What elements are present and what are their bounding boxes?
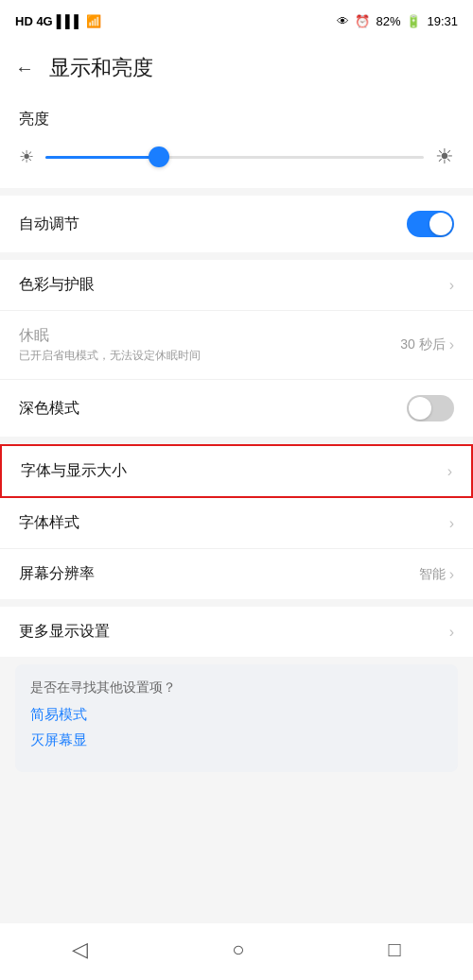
- page-title: 显示和亮度: [49, 54, 153, 82]
- nav-home-button[interactable]: ○: [232, 937, 244, 962]
- color-eye-row[interactable]: 色彩与护眼 ›: [0, 260, 473, 311]
- font-style-right: ›: [449, 515, 454, 532]
- auto-adjust-toggle[interactable]: [407, 211, 454, 237]
- sleep-sublabel: 已开启省电模式，无法设定休眠时间: [19, 348, 201, 364]
- nav-recent-button[interactable]: □: [389, 937, 401, 962]
- slider-fill: [45, 156, 159, 159]
- sun-small-icon: ☀: [19, 146, 34, 167]
- sleep-chevron: ›: [449, 336, 454, 353]
- screen-off-link[interactable]: 灭屏幕显: [30, 731, 443, 749]
- sun-large-icon: ☀: [435, 145, 454, 169]
- suggestion-box: 是否在寻找其他设置项？ 简易模式 灭屏幕显: [15, 664, 458, 772]
- brightness-section: 亮度 ☀ ☀: [0, 95, 473, 188]
- font-style-label: 字体样式: [19, 513, 79, 533]
- time-display: 19:31: [427, 14, 458, 28]
- auto-adjust-label: 自动调节: [19, 215, 79, 234]
- font-size-label: 字体与显示大小: [21, 461, 127, 481]
- screen-resolution-row[interactable]: 屏幕分辨率 智能 ›: [0, 549, 473, 599]
- settings-group-2: 字体与显示大小 › 字体样式 › 屏幕分辨率 智能 ›: [0, 444, 473, 599]
- font-size-row[interactable]: 字体与显示大小 ›: [0, 444, 473, 498]
- battery-icon: 🔋: [406, 14, 421, 28]
- more-display-chevron: ›: [449, 624, 454, 641]
- color-eye-chevron: ›: [449, 277, 454, 294]
- status-network: HD 4G: [15, 14, 53, 28]
- font-size-left: 字体与显示大小: [21, 461, 127, 481]
- screen-resolution-chevron: ›: [449, 566, 454, 583]
- dark-mode-toggle[interactable]: [407, 395, 454, 421]
- dark-mode-label: 深色模式: [19, 399, 79, 419]
- toggle-thumb: [429, 213, 452, 235]
- wifi-icon: 📶: [86, 14, 101, 28]
- settings-group-1: 色彩与护眼 › 休眠 已开启省电模式，无法设定休眠时间 30 秒后 › 深色模式: [0, 260, 473, 437]
- sleep-label: 休眠: [19, 326, 201, 346]
- signal-icon: ▌▌▌: [57, 14, 83, 28]
- auto-adjust-row: 自动调节: [19, 196, 454, 252]
- screen-resolution-left: 屏幕分辨率: [19, 564, 95, 584]
- status-left: HD 4G ▌▌▌ 📶: [15, 14, 101, 28]
- eye-icon: 👁: [337, 14, 349, 28]
- dark-mode-row: 深色模式: [0, 380, 473, 437]
- brightness-row: ☀ ☀: [19, 145, 454, 169]
- more-display-left: 更多显示设置: [19, 622, 110, 642]
- more-display-label: 更多显示设置: [19, 622, 110, 642]
- more-display-row[interactable]: 更多显示设置 ›: [0, 607, 473, 657]
- font-style-row[interactable]: 字体样式 ›: [0, 498, 473, 549]
- sleep-right: 30 秒后 ›: [400, 336, 454, 353]
- brightness-slider[interactable]: [45, 156, 424, 159]
- font-size-chevron: ›: [447, 463, 452, 480]
- suggestion-title: 是否在寻找其他设置项？: [30, 679, 443, 696]
- sleep-row: 休眠 已开启省电模式，无法设定休眠时间 30 秒后 ›: [0, 311, 473, 380]
- screen-resolution-right: 智能 ›: [419, 566, 454, 583]
- screen-resolution-label: 屏幕分辨率: [19, 564, 95, 584]
- page-header: ← 显示和亮度: [0, 42, 473, 95]
- dark-mode-left: 深色模式: [19, 399, 79, 419]
- nav-bar: ◁ ○ □: [0, 923, 473, 980]
- font-style-left: 字体样式: [19, 513, 79, 533]
- status-bar: HD 4G ▌▌▌ 📶 👁 ⏰ 82% 🔋 19:31: [0, 0, 473, 42]
- screen-resolution-value: 智能: [419, 566, 446, 583]
- more-display-right: ›: [449, 624, 454, 641]
- dark-mode-right: [407, 395, 454, 421]
- nav-back-button[interactable]: ◁: [72, 937, 88, 962]
- sleep-left: 休眠 已开启省电模式，无法设定休眠时间: [19, 326, 201, 364]
- settings-group-3: 更多显示设置 ›: [0, 607, 473, 657]
- back-button[interactable]: ←: [15, 58, 34, 79]
- auto-adjust-section: 自动调节: [0, 196, 473, 252]
- alarm-icon: ⏰: [355, 14, 370, 28]
- slider-thumb[interactable]: [149, 146, 169, 167]
- status-right: 👁 ⏰ 82% 🔋 19:31: [337, 14, 458, 28]
- sleep-value: 30 秒后: [400, 336, 445, 353]
- dark-mode-toggle-thumb: [409, 397, 431, 420]
- color-eye-label: 色彩与护眼: [19, 275, 95, 295]
- font-style-chevron: ›: [449, 515, 454, 532]
- brightness-label: 亮度: [19, 110, 454, 129]
- battery-percent: 82%: [376, 14, 400, 28]
- color-eye-left: 色彩与护眼: [19, 275, 95, 295]
- color-eye-right: ›: [449, 277, 454, 294]
- simple-mode-link[interactable]: 简易模式: [30, 706, 443, 724]
- font-size-right: ›: [447, 463, 452, 480]
